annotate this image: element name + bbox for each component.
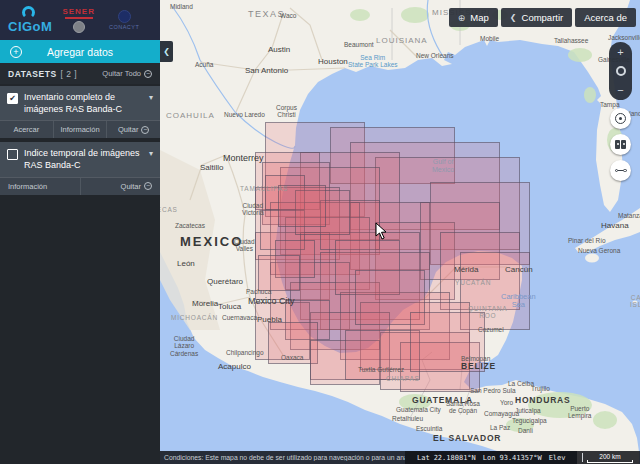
remove-label: Quitar <box>121 182 141 191</box>
conacyt-logo-text: CONACYT <box>109 24 139 30</box>
plus-circle-icon: + <box>10 46 22 58</box>
measure-icon <box>615 169 627 173</box>
sener-logo-text: SENER <box>62 7 95 16</box>
dataset-checkbox[interactable] <box>7 149 18 160</box>
conacyt-logo-icon <box>118 10 131 23</box>
map-style-label: Map <box>470 12 488 23</box>
lon-label: Lon <box>483 454 496 462</box>
sener-logo-rule <box>65 17 93 19</box>
datasets-header: DATASETS [ 2 ] Quitar Todo − <box>0 63 160 84</box>
remove-all-label: Quitar Todo <box>102 69 141 78</box>
map-style-button[interactable]: ⊕ Map <box>449 8 498 27</box>
remove-button[interactable]: Quitar − <box>80 178 161 195</box>
about-label: Acerca de <box>584 12 627 23</box>
cigom-logo: CIGoM <box>8 6 52 34</box>
zoom-in-button[interactable]: + <box>617 47 623 57</box>
image-footprint[interactable] <box>345 330 420 380</box>
datasets-count: [ 2 ] <box>61 69 78 79</box>
logo-bar: CIGoM SENER CONACYT <box>0 0 160 40</box>
dataset-panel-indice: Indice temporal de imágenes RAS Banda-C … <box>0 142 160 194</box>
image-footprint[interactable] <box>410 312 485 372</box>
info-button[interactable]: Información <box>0 178 80 195</box>
status-divider <box>582 453 583 462</box>
dataset-title: Inventario completo de imágenes RAS Band… <box>24 92 143 115</box>
cigom-logo-text: CIGoM <box>8 19 52 34</box>
chevron-down-icon[interactable]: ▾ <box>149 93 153 115</box>
share-button[interactable]: ❮ Compartir <box>501 8 572 27</box>
app-window: CIGoM SENER CONACYT + Agregar datos DATA… <box>0 0 640 464</box>
datasets-label: DATASETS <box>8 69 57 79</box>
zoom-control: + − <box>609 42 632 100</box>
remove-label: Quitar <box>118 125 138 134</box>
share-icon: ❮ <box>510 13 517 22</box>
info-button[interactable]: Información <box>53 121 107 138</box>
image-footprint[interactable] <box>258 255 300 291</box>
circle-minus-icon: − <box>141 126 149 134</box>
scale-bar: 200 km <box>584 451 636 464</box>
split-screen-icon <box>615 140 626 149</box>
remove-button[interactable]: Quitar − <box>106 121 160 138</box>
image-footprint[interactable] <box>278 185 326 227</box>
add-data-button[interactable]: + Agregar datos <box>0 40 160 63</box>
lon-value: 93.41357°W <box>499 454 541 462</box>
conacyt-logo: CONACYT <box>109 10 139 30</box>
add-data-label: Agregar datos <box>47 46 113 58</box>
sener-logo: SENER <box>62 7 95 33</box>
dataset-panel-inventario: ✔ Inventario completo de imágenes RAS Ba… <box>0 86 160 138</box>
share-label: Compartir <box>522 12 564 23</box>
collapse-sidebar-button[interactable]: ❮ <box>160 41 173 62</box>
chevron-down-icon[interactable]: ▾ <box>149 149 153 171</box>
globe-icon: ⊕ <box>458 13 466 23</box>
lat-label: Lat <box>417 454 430 462</box>
scale-line <box>587 460 633 463</box>
about-button[interactable]: Acerca de <box>575 8 636 27</box>
dataset-title: Indice temporal de imágenes RAS Banda-C <box>24 148 143 171</box>
scale-text: 200 km <box>599 453 620 460</box>
mouse-cursor <box>375 222 387 240</box>
zoom-to-button[interactable]: Acercar <box>0 121 53 138</box>
sener-seal-icon <box>73 21 85 33</box>
circle-minus-icon: − <box>144 182 152 190</box>
top-toolbar: ⊕ Map ❮ Compartir Acerca de <box>449 8 636 27</box>
compass-reset-button[interactable] <box>616 66 626 76</box>
status-bar: Condiciones: Este mapa no debe de ser ut… <box>160 451 640 464</box>
elev-label: Elev <box>549 454 566 462</box>
measure-button[interactable] <box>610 160 631 181</box>
split-screen-button[interactable] <box>610 134 631 155</box>
circle-minus-icon: − <box>144 70 152 78</box>
lat-value: 22.18081°N <box>434 454 476 462</box>
remove-all-button[interactable]: Quitar Todo − <box>102 69 152 78</box>
geolocation-icon <box>615 113 626 124</box>
geolocation-button[interactable] <box>610 108 631 129</box>
dataset-checkbox[interactable]: ✔ <box>7 93 18 104</box>
cigom-logo-icon <box>22 6 35 19</box>
zoom-out-button[interactable]: − <box>617 85 623 95</box>
sidebar: CIGoM SENER CONACYT + Agregar datos DATA… <box>0 0 160 464</box>
location-bar[interactable]: Lat22.18081°N Lon93.41357°W Elev <box>405 451 577 464</box>
map-viewport[interactable]: MidlandTEXASWacoAustinSan AntonioHouston… <box>160 0 640 464</box>
